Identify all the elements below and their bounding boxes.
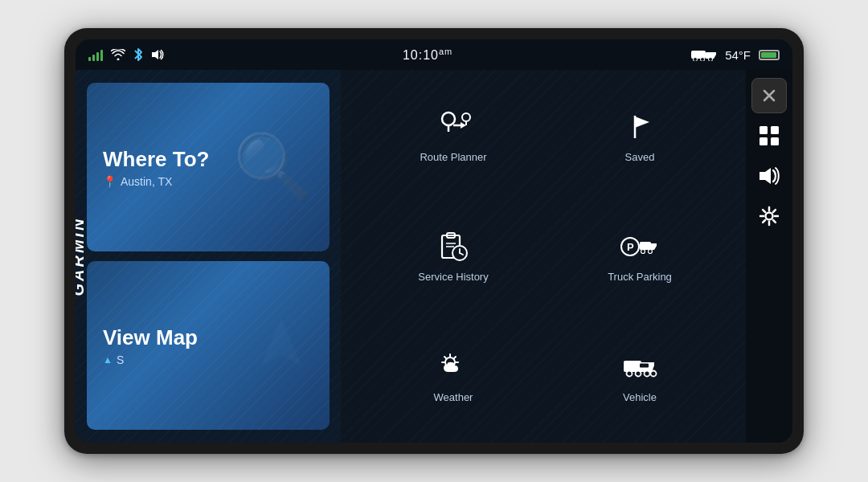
- svg-rect-41: [640, 363, 649, 367]
- right-panel: Route Planner Saved: [341, 70, 746, 443]
- svg-point-44: [645, 370, 650, 376]
- svg-line-37: [454, 357, 456, 358]
- garmin-device: 10:10am 54°F: [64, 28, 804, 454]
- volume-button[interactable]: [751, 158, 787, 194]
- truck-mode-icon: [691, 48, 717, 61]
- saved-item[interactable]: Saved: [547, 76, 733, 196]
- where-to-tile[interactable]: 🔍 Where To? 📍 Austin, TX: [87, 83, 330, 251]
- vehicle-label: Vehicle: [623, 391, 657, 403]
- svg-rect-51: [771, 137, 779, 145]
- svg-point-8: [442, 112, 455, 125]
- main-content: GARMIN 🔍 Where To? 📍 Austin, TX: [76, 70, 792, 443]
- location-pin-icon: 📍: [103, 175, 117, 188]
- battery-icon: [759, 50, 780, 60]
- where-to-location: 📍 Austin, TX: [103, 175, 313, 188]
- truck-parking-item[interactable]: P Truck Parking: [547, 196, 733, 316]
- svg-rect-48: [760, 126, 768, 134]
- route-planner-item[interactable]: Route Planner: [360, 76, 547, 196]
- speaker-icon: [151, 49, 164, 60]
- route-planner-label: Route Planner: [420, 151, 486, 163]
- svg-point-29: [649, 250, 653, 254]
- garmin-logo: GARMIN: [76, 216, 88, 296]
- service-history-icon: [432, 229, 474, 264]
- truck-parking-icon: P: [619, 229, 661, 264]
- where-to-title: Where To?: [103, 147, 313, 172]
- svg-marker-27: [653, 243, 657, 250]
- view-map-tile[interactable]: View Map ▲ S: [87, 261, 330, 430]
- svg-point-43: [636, 370, 641, 376]
- apps-button[interactable]: [751, 118, 787, 153]
- device-screen: 10:10am 54°F: [76, 39, 792, 443]
- svg-point-5: [701, 58, 705, 62]
- view-map-title: View Map: [103, 325, 313, 350]
- bluetooth-icon: [133, 47, 143, 62]
- service-history-label: Service History: [418, 271, 488, 283]
- view-map-direction: ▲ S: [103, 353, 313, 366]
- svg-point-45: [651, 370, 657, 376]
- svg-point-42: [627, 370, 633, 376]
- svg-point-12: [462, 113, 470, 121]
- svg-rect-49: [771, 126, 779, 134]
- svg-text:P: P: [627, 241, 634, 253]
- svg-marker-0: [152, 50, 158, 59]
- signal-bars-icon: [88, 48, 103, 61]
- svg-point-6: [709, 58, 713, 62]
- weather-label: Weather: [434, 391, 473, 403]
- svg-marker-3: [712, 52, 716, 59]
- location-text: Austin, TX: [121, 175, 172, 188]
- side-toolbar: [746, 70, 792, 443]
- saved-icon: [619, 109, 661, 145]
- service-history-item[interactable]: Service History: [360, 196, 547, 316]
- svg-line-35: [444, 357, 446, 358]
- svg-point-53: [766, 213, 773, 220]
- status-bar: 10:10am 54°F: [76, 39, 792, 70]
- compass-arrow-icon: ▲: [103, 354, 113, 366]
- vehicle-icon: [619, 349, 661, 385]
- status-right: 54°F: [691, 48, 780, 62]
- vehicle-item[interactable]: Vehicle: [547, 317, 733, 436]
- wifi-icon: [111, 49, 125, 60]
- time-display: 10:10am: [403, 47, 452, 63]
- svg-rect-50: [760, 137, 768, 145]
- direction-text: S: [117, 353, 124, 366]
- left-panel: GARMIN 🔍 Where To? 📍 Austin, TX: [76, 70, 341, 443]
- svg-point-28: [641, 250, 645, 254]
- settings-button[interactable]: [751, 198, 787, 234]
- close-button[interactable]: [751, 78, 787, 113]
- truck-parking-label: Truck Parking: [608, 271, 672, 283]
- svg-marker-52: [760, 168, 771, 184]
- status-left: [88, 47, 164, 62]
- weather-item[interactable]: Weather: [360, 317, 547, 436]
- svg-marker-11: [461, 122, 466, 129]
- time-suffix: am: [439, 47, 452, 56]
- svg-point-4: [694, 58, 698, 62]
- svg-marker-15: [635, 116, 649, 128]
- weather-icon: [432, 349, 474, 385]
- saved-label: Saved: [625, 151, 655, 163]
- route-planner-icon: [432, 109, 474, 145]
- time-text: 10:10: [403, 48, 439, 62]
- temperature-display: 54°F: [725, 48, 751, 62]
